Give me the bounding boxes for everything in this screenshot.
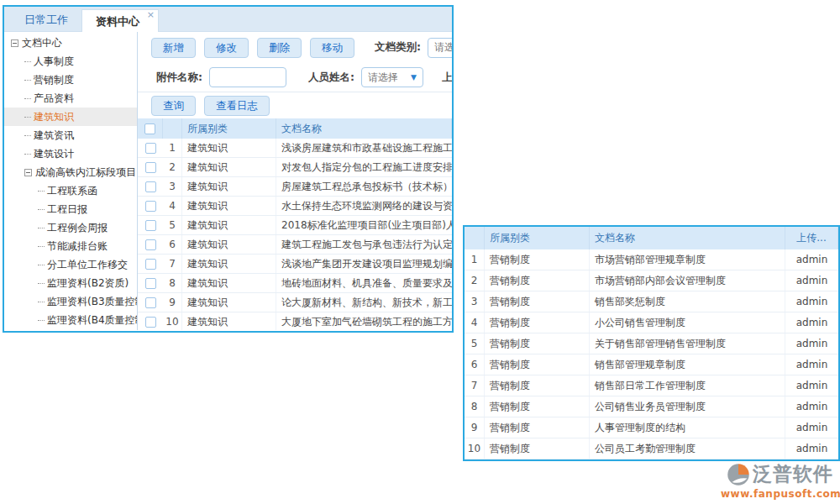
tab-data-center[interactable]: 资料中心 × — [81, 9, 159, 32]
edit-button[interactable]: 修改 — [204, 38, 249, 58]
table-row[interactable]: 6营销制度销售部管理规章制度admin — [465, 354, 838, 375]
table-row[interactable]: 4营销制度小公司销售管理制度admin — [465, 312, 838, 333]
add-button[interactable]: 新增 — [151, 38, 196, 58]
table-row[interactable]: 8营销制度公司销售业务员管理制度admin — [465, 396, 838, 417]
tree-item[interactable]: 节能减排台账 — [4, 237, 137, 255]
table-row[interactable]: 7建筑知识浅谈地产集团开发建设项目监理规划编... — [138, 255, 452, 274]
category-header: 所属别类 — [182, 118, 276, 139]
close-icon[interactable]: × — [147, 10, 155, 20]
row-checkbox[interactable] — [145, 181, 156, 192]
row-checkbox-cell — [138, 255, 163, 273]
table-row[interactable]: 9建筑知识论大厦新材料、新结构、新技术，新工... — [138, 293, 452, 312]
row-category: 营销制度 — [485, 291, 590, 312]
table-row[interactable]: 1建筑知识浅谈房屋建筑和市政基础设施工程施工... — [138, 139, 452, 158]
row-index: 10 — [163, 312, 182, 330]
person-name-select[interactable]: 请选择 ▼ — [361, 67, 423, 87]
row-category: 建筑知识 — [182, 293, 276, 312]
table-row[interactable]: 1营销制度市场营销部管理规章制度admin — [465, 249, 838, 270]
table-row[interactable]: 7营销制度销售部日常工作管理制度admin — [465, 375, 838, 396]
document-table: 所属别类 文档名称 1建筑知识浅谈房屋建筑和市政基础设施工程施工... 2建筑知… — [138, 118, 452, 330]
tree-root-doc-center[interactable]: 文档中心 — [4, 34, 137, 52]
row-checkbox[interactable] — [145, 239, 156, 250]
row-category: 营销制度 — [485, 438, 590, 459]
tree-item[interactable]: 监理资料(B2资质) — [4, 274, 137, 292]
doc-category-select[interactable]: 请选择 ▼ — [428, 38, 452, 58]
table-row[interactable]: 3建筑知识房屋建筑工程总承包投标书（技术标）... — [138, 177, 452, 197]
query-button[interactable]: 查询 — [151, 96, 196, 116]
tree-connector — [38, 320, 45, 321]
tree-item[interactable]: 营销制度 — [4, 71, 137, 89]
row-doc-name: 房屋建筑工程总承包投标书（技术标）... — [276, 177, 452, 196]
table-row[interactable]: 10建筑知识大厦地下室加气砼墙砌筑工程的施工方... — [138, 312, 452, 330]
tree-item[interactable]: 工程联系函 — [4, 181, 137, 200]
move-button[interactable]: 移动 — [310, 38, 354, 58]
tree-item-label: 建筑资讯 — [34, 126, 74, 144]
row-doc-name: 建筑工程施工发包与承包违法行为认定... — [276, 235, 452, 254]
row-checkbox[interactable] — [145, 317, 156, 328]
row-doc-name: 市场营销部内部会议管理制度 — [590, 270, 785, 291]
tree-item[interactable]: 工程例会周报 — [4, 218, 137, 237]
tree-item[interactable]: 产品资料 — [4, 89, 137, 108]
tree-item[interactable]: 建筑设计 — [4, 144, 137, 163]
doc-category-label: 文档类别: — [375, 40, 421, 55]
tree-item[interactable]: 监理资料(B3质量控制) — [4, 292, 137, 311]
fanpu-logo-icon — [726, 462, 751, 487]
document-center-window: 日常工作 资料中心 × 文档中心 人事制度 营销制度 产品资料 建筑知识 建筑资… — [3, 5, 454, 333]
tree-connector — [38, 283, 45, 284]
table-row[interactable]: 3营销制度销售部奖惩制度admin — [465, 291, 838, 312]
row-index: 9 — [163, 293, 182, 312]
tree-item[interactable]: 建筑资讯 — [4, 126, 137, 144]
uploader-header: 上传... — [785, 227, 838, 249]
row-uploader: admin — [785, 396, 838, 417]
tree-item[interactable]: 工程质量控制(地下室) — [4, 329, 137, 330]
collapse-icon[interactable] — [24, 169, 32, 176]
row-checkbox[interactable] — [145, 201, 156, 212]
row-checkbox[interactable] — [145, 278, 156, 289]
tree-root-project[interactable]: 成渝高铁内江标段项目 — [4, 163, 137, 181]
row-category: 营销制度 — [485, 417, 590, 438]
row-category: 建筑知识 — [182, 158, 276, 176]
marketing-docs-table: 所属别类 文档名称 上传... 1营销制度市场营销部管理规章制度admin 2营… — [463, 225, 840, 461]
table-row[interactable]: 4建筑知识水土保持生态环境监测网络的建设与资... — [138, 197, 452, 216]
tab-daily-work[interactable]: 日常工作 — [11, 8, 81, 31]
table-header: 所属别类 文档名称 — [138, 118, 452, 139]
row-doc-name: 浅谈房屋建筑和市政基础设施工程施工... — [276, 139, 452, 157]
tree-item[interactable]: 分工单位工作移交 — [4, 255, 137, 274]
table-row[interactable]: 8建筑知识地砖地面材料、机具准备、质量要求及... — [138, 274, 452, 293]
row-doc-name: 销售部奖惩制度 — [590, 291, 785, 312]
tree-item-label: 建筑知识 — [34, 108, 74, 126]
row-category: 营销制度 — [485, 312, 590, 333]
row-checkbox-cell — [138, 274, 163, 292]
row-checkbox-cell — [138, 197, 163, 215]
row-checkbox[interactable] — [145, 220, 156, 231]
table-row[interactable]: 10营销制度公司员工考勤管理制度admin — [465, 438, 838, 459]
table-row[interactable]: 2建筑知识对发包人指定分包的工程施工进度安排... — [138, 158, 452, 177]
row-category: 建筑知识 — [182, 255, 276, 273]
table-row[interactable]: 6建筑知识建筑工程施工发包与承包违法行为认定... — [138, 235, 452, 255]
table-row[interactable]: 9营销制度人事管理制度的结构admin — [465, 417, 838, 438]
row-index: 6 — [465, 354, 485, 375]
view-log-button[interactable]: 查看日志 — [204, 96, 270, 116]
row-category: 建筑知识 — [182, 139, 276, 157]
table-row[interactable]: 5建筑知识2018标准化监理项目部(业主项目部)人员... — [138, 216, 452, 235]
row-checkbox[interactable] — [145, 143, 156, 154]
tree-connector — [38, 302, 45, 302]
table-row[interactable]: 2营销制度市场营销部内部会议管理制度admin — [465, 270, 838, 291]
row-checkbox[interactable] — [145, 259, 156, 270]
tree-item-selected[interactable]: 建筑知识 — [4, 108, 137, 126]
attachment-name-input[interactable] — [209, 67, 286, 87]
row-checkbox[interactable] — [145, 162, 156, 173]
select-all-checkbox[interactable] — [144, 123, 155, 134]
row-uploader: admin — [785, 417, 838, 438]
delete-button[interactable]: 删除 — [257, 38, 302, 58]
table-row[interactable]: 5营销制度关于销售部管理销售管理制度admin — [465, 333, 838, 354]
collapse-icon[interactable] — [11, 39, 18, 47]
document-list-pane: 新增 修改 删除 移动 文档类别: 请选择 ▼ 文档 附件名称: 人员姓名: 请… — [138, 32, 452, 330]
row-checkbox[interactable] — [145, 297, 156, 308]
tree-item[interactable]: 监理资料(B4质量控制) — [4, 311, 137, 329]
tree-connector — [38, 265, 45, 265]
tree-item[interactable]: 工程日报 — [4, 200, 137, 218]
tree-item-label: 营销制度 — [34, 71, 74, 89]
row-category: 营销制度 — [485, 333, 590, 354]
tree-item[interactable]: 人事制度 — [4, 52, 137, 71]
